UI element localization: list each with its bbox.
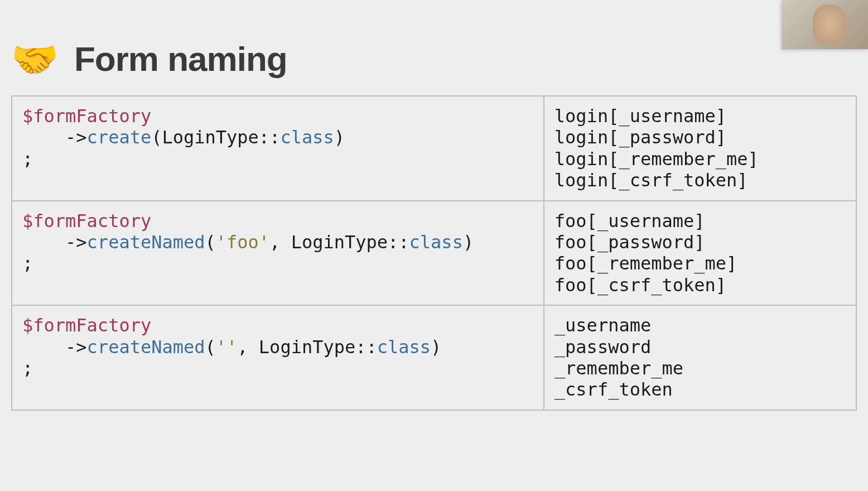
slide-header: 🤝 Form naming xyxy=(0,0,868,95)
output-line: foo[_password] xyxy=(554,232,846,253)
code-token-comma: , xyxy=(269,232,291,253)
code-token-keyword: class xyxy=(409,232,463,253)
output-line: login[_username] xyxy=(554,105,846,127)
code-token-var: $formFactory xyxy=(22,105,151,127)
code-token-paren: ) xyxy=(463,232,474,253)
handshake-icon: 🤝 xyxy=(11,40,59,78)
code-token-paren: ) xyxy=(431,336,441,358)
code-token-keyword: class xyxy=(377,336,431,358)
output-line: _password xyxy=(554,336,846,358)
output-line: foo[_remember_me] xyxy=(554,253,846,274)
code-table-container: $formFactory ->create(LoginType::class) … xyxy=(11,95,857,411)
output-cell: _username _password _remember_me _csrf_t… xyxy=(544,305,856,410)
code-token-arrow: -> xyxy=(65,232,87,253)
table-row: $formFactory ->create(LoginType::class) … xyxy=(12,96,856,201)
code-token-terminator: ; xyxy=(22,358,33,379)
code-token-type: LoginType:: xyxy=(162,127,280,148)
code-token-keyword: class xyxy=(280,127,334,148)
code-token-type: LoginType:: xyxy=(259,336,377,358)
code-cell: $formFactory ->create(LoginType::class) … xyxy=(12,96,544,201)
code-token-paren: ) xyxy=(334,127,345,148)
code-token-var: $formFactory xyxy=(22,315,151,336)
presenter-webcam xyxy=(782,0,868,49)
code-token-string: '' xyxy=(216,336,238,358)
output-line: login[_csrf_token] xyxy=(554,170,846,191)
code-token-method: createNamed xyxy=(87,336,205,358)
output-line: foo[_csrf_token] xyxy=(554,275,846,296)
output-cell: login[_username] login[_password] login[… xyxy=(544,96,856,201)
output-cell: foo[_username] foo[_password] foo[_remem… xyxy=(544,201,856,306)
slide-title: Form naming xyxy=(74,39,287,79)
code-cell: $formFactory ->createNamed('', LoginType… xyxy=(12,305,544,410)
table-row: $formFactory ->createNamed('foo', LoginT… xyxy=(12,201,856,306)
table-row: $formFactory ->createNamed('', LoginType… xyxy=(12,305,856,410)
output-line: _username xyxy=(554,315,846,336)
code-token-method: create xyxy=(87,127,152,148)
code-token-comma: , xyxy=(237,336,259,358)
output-line: foo[_username] xyxy=(554,210,846,232)
code-token-paren: ( xyxy=(205,232,216,253)
code-token-paren: ( xyxy=(205,336,216,358)
code-token-arrow: -> xyxy=(65,336,87,358)
code-token-type: LoginType:: xyxy=(291,232,409,253)
code-token-arrow: -> xyxy=(65,127,87,148)
code-token-paren: ( xyxy=(151,127,162,148)
code-token-terminator: ; xyxy=(22,253,33,274)
output-line: login[_password] xyxy=(554,127,846,148)
output-line: _remember_me xyxy=(554,358,846,379)
code-token-var: $formFactory xyxy=(22,210,151,232)
code-token-terminator: ; xyxy=(22,148,33,170)
code-table: $formFactory ->create(LoginType::class) … xyxy=(11,95,857,411)
output-line: login[_remember_me] xyxy=(554,148,846,170)
code-token-method: createNamed xyxy=(87,232,205,253)
code-token-string: 'foo' xyxy=(216,232,269,253)
code-cell: $formFactory ->createNamed('foo', LoginT… xyxy=(12,201,544,306)
presenter-face xyxy=(813,4,846,45)
output-line: _csrf_token xyxy=(554,379,846,400)
